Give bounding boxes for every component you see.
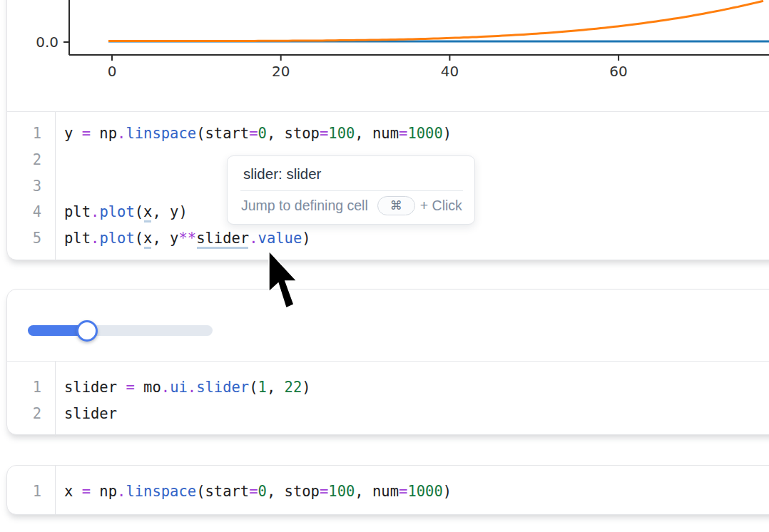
- matplotlib-plot: 0.00204060: [0, 0, 769, 108]
- variable-reference[interactable]: slider: [196, 230, 249, 247]
- code-text: plt.plot(x, y): [55, 199, 188, 225]
- code-token: slider: [196, 379, 249, 396]
- line-number: 5: [7, 225, 55, 252]
- code-token: plot: [99, 230, 134, 247]
- marimo-notebook: 0.00204060 1y = np.linspace(start=0, sto…: [0, 0, 769, 532]
- code-token: =: [320, 483, 328, 500]
- x-tick-label: 60: [609, 63, 627, 80]
- line-number: 1: [7, 479, 55, 505]
- code-token: linspace: [126, 483, 196, 500]
- code-token: .: [117, 483, 126, 500]
- code-editor-x[interactable]: 1x = np.linspace(start=0, stop=100, num=…: [7, 466, 769, 516]
- code-token: .: [91, 203, 99, 220]
- code-token: , num: [355, 483, 399, 500]
- variable-tooltip: slider: slider Jump to defining cell ⌘ +…: [227, 155, 475, 225]
- click-hint-label: + Click: [420, 198, 462, 214]
- code-token: linspace: [126, 125, 196, 142]
- series-power-curve: [108, 1, 763, 41]
- code-token: y: [64, 125, 82, 142]
- code-token: =: [249, 483, 258, 500]
- code-token: plt: [64, 230, 91, 247]
- code-token: 1000: [407, 125, 442, 142]
- code-token: plot: [99, 203, 134, 220]
- code-line[interactable]: 5plt.plot(x, y**slider.value): [7, 225, 769, 252]
- code-token: ,: [267, 379, 285, 396]
- x-tick-label: 0: [108, 63, 117, 80]
- y-tick-label: 0.0: [36, 34, 58, 51]
- code-text: [55, 173, 64, 200]
- code-token: , stop: [267, 483, 320, 500]
- code-token: .: [91, 230, 99, 247]
- code-text: [55, 147, 64, 173]
- code-token: .: [188, 379, 196, 396]
- slider-handle[interactable]: [76, 320, 98, 342]
- mouse-cursor-icon: [268, 250, 300, 313]
- code-token: =: [82, 125, 91, 142]
- line-number: 4: [7, 199, 55, 225]
- slider-output-area: [7, 290, 769, 362]
- code-token: , y: [152, 230, 178, 247]
- code-line[interactable]: 1slider = mo.ui.slider(1, 22): [7, 374, 769, 401]
- code-token: mo: [135, 379, 161, 396]
- code-token: =: [126, 379, 134, 396]
- code-token: .: [117, 125, 126, 142]
- code-token: =: [82, 483, 91, 500]
- code-token: 100: [328, 125, 355, 142]
- variable-reference[interactable]: x: [143, 230, 152, 247]
- code-text: y = np.linspace(start=0, stop=100, num=1…: [55, 121, 452, 147]
- code-token: ): [302, 379, 310, 396]
- code-text: x = np.linspace(start=0, stop=100, num=1…: [55, 479, 452, 505]
- cell-x: 1x = np.linspace(start=0, stop=100, num=…: [6, 465, 769, 515]
- code-line[interactable]: 2slider: [7, 401, 769, 427]
- code-token: =: [320, 125, 328, 142]
- code-text: slider: [55, 401, 117, 427]
- code-token: (start: [196, 125, 249, 142]
- code-token: .: [249, 230, 258, 247]
- code-token: , stop: [267, 125, 320, 142]
- code-token: , y): [152, 203, 187, 220]
- code-text: slider = mo.ui.slider(1, 22): [55, 374, 311, 401]
- code-token: ): [443, 125, 452, 142]
- code-token: 1: [258, 379, 267, 396]
- code-token: 100: [328, 483, 355, 500]
- x-tick-label: 20: [272, 63, 290, 80]
- cell-slider: 1slider = mo.ui.slider(1, 22)2slider: [6, 289, 769, 435]
- code-token: slider: [64, 405, 117, 422]
- code-token: x: [64, 483, 82, 500]
- gutter-divider: [55, 466, 56, 516]
- line-number: 2: [7, 147, 55, 173]
- code-line[interactable]: 1x = np.linspace(start=0, stop=100, num=…: [7, 479, 769, 505]
- cmd-key-badge: ⌘: [377, 196, 415, 215]
- line-number: 1: [7, 121, 55, 147]
- slider-widget[interactable]: [28, 322, 213, 340]
- code-token: **: [178, 230, 196, 247]
- code-token: =: [399, 483, 407, 500]
- line-number: 2: [7, 401, 55, 427]
- code-token: ui: [170, 379, 188, 396]
- code-token: 0: [258, 483, 267, 500]
- code-token: 22: [285, 379, 302, 396]
- code-line[interactable]: 1y = np.linspace(start=0, stop=100, num=…: [7, 121, 769, 147]
- jump-to-defining-cell-action[interactable]: Jump to defining cell: [241, 198, 368, 214]
- gutter-divider: [55, 112, 56, 262]
- code-token: (: [135, 230, 143, 247]
- code-token: .: [161, 379, 170, 396]
- gutter-divider: [55, 362, 56, 437]
- code-token: 0: [258, 125, 267, 142]
- code-token: , num: [355, 125, 399, 142]
- code-token: (: [135, 203, 143, 220]
- code-token: 1000: [407, 483, 442, 500]
- code-token: (: [249, 379, 258, 396]
- tooltip-title: slider: slider: [228, 156, 474, 183]
- x-tick-label: 40: [441, 63, 459, 80]
- variable-reference[interactable]: x: [143, 203, 152, 220]
- line-number: 1: [7, 374, 55, 401]
- code-token: =: [399, 125, 407, 142]
- code-text: plt.plot(x, y**slider.value): [55, 225, 311, 252]
- code-editor-slider[interactable]: 1slider = mo.ui.slider(1, 22)2slider: [7, 362, 769, 437]
- code-token: (start: [196, 483, 249, 500]
- code-token: ): [302, 230, 310, 247]
- code-token: value: [258, 230, 302, 247]
- code-token: np: [91, 483, 117, 500]
- code-token: ): [443, 483, 452, 500]
